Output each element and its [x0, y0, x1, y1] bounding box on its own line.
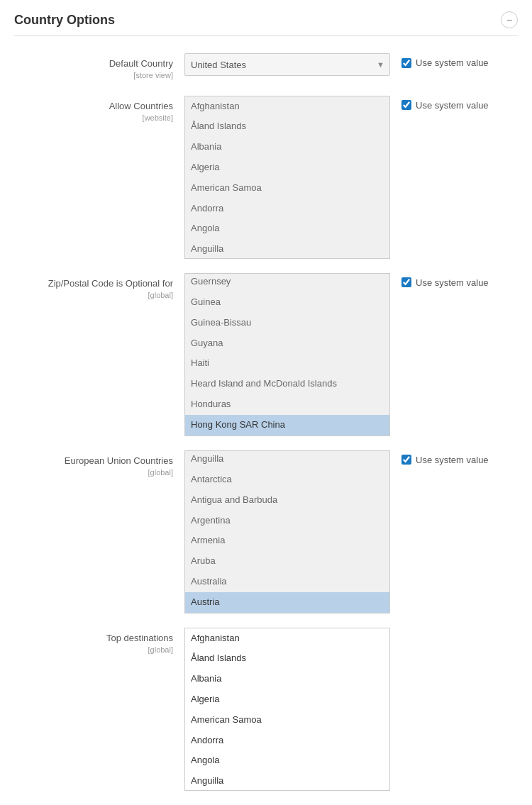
zip-optional-row: Zip/Postal Code is Optional for [global]…: [14, 273, 518, 436]
list-item[interactable]: Guyana: [185, 333, 389, 354]
default-country-row: Default Country [store view] United Stat…: [14, 53, 518, 82]
allow-countries-checkbox[interactable]: [401, 100, 411, 110]
list-item[interactable]: American Samoa: [185, 710, 389, 731]
zip-optional-checkbox[interactable]: [401, 277, 411, 287]
list-item[interactable]: Australia: [185, 572, 389, 592]
list-item[interactable]: Haiti: [185, 353, 389, 374]
eu-countries-use-system[interactable]: Use system value: [401, 455, 489, 465]
list-item[interactable]: Afghanistan: [185, 628, 389, 649]
list-item[interactable]: Åland Islands: [185, 648, 389, 669]
list-item[interactable]: Heard Island and McDonald Islands: [185, 374, 389, 394]
list-item[interactable]: Antigua and Barbuda: [185, 490, 389, 511]
list-item[interactable]: Andorra: [185, 199, 389, 219]
default-country-control: United States ▼: [184, 53, 390, 76]
list-item[interactable]: Guernsey: [185, 273, 389, 292]
default-country-select[interactable]: United States: [184, 53, 390, 76]
list-item[interactable]: Austria: [185, 592, 389, 613]
zip-optional-label: Zip/Postal Code is Optional for [global]: [14, 273, 184, 301]
eu-countries-actions: Use system value: [390, 450, 518, 465]
list-item[interactable]: Antarctica: [185, 470, 389, 490]
collapse-button[interactable]: −: [501, 11, 518, 28]
top-destinations-actions: [390, 628, 518, 632]
allow-countries-control: AfghanistanÅland IslandsAlbaniaAlgeriaAm…: [184, 96, 390, 259]
default-country-use-system[interactable]: Use system value: [401, 57, 489, 68]
top-destinations-control: AfghanistanÅland IslandsAlbaniaAlgeriaAm…: [184, 628, 390, 791]
eu-countries-list[interactable]: AndorraAngolaAnguillaAntarcticaAntigua a…: [184, 450, 390, 614]
list-item[interactable]: Armenia: [185, 531, 389, 551]
list-item[interactable]: Albania: [185, 137, 389, 157]
list-item[interactable]: Argentina: [185, 511, 389, 531]
list-item[interactable]: Aruba: [185, 551, 389, 572]
list-item[interactable]: Angola: [185, 750, 389, 771]
list-item[interactable]: Hong Kong SAR China: [185, 415, 389, 435]
list-item[interactable]: Anguilla: [185, 771, 389, 790]
list-item[interactable]: Afghanistan: [185, 96, 389, 117]
list-item[interactable]: Honduras: [185, 394, 389, 415]
eu-countries-checkbox[interactable]: [401, 455, 411, 465]
list-item[interactable]: American Samoa: [185, 178, 389, 199]
list-item[interactable]: Algeria: [185, 689, 389, 710]
eu-countries-control: AndorraAngolaAnguillaAntarcticaAntigua a…: [184, 450, 390, 614]
list-item[interactable]: Guinea: [185, 292, 389, 313]
zip-optional-actions: Use system value: [390, 273, 518, 288]
list-item[interactable]: Anguilla: [185, 450, 389, 470]
list-item[interactable]: Andorra: [185, 731, 389, 751]
list-item[interactable]: Angola: [185, 218, 389, 239]
list-item[interactable]: Åland Islands: [185, 116, 389, 137]
page-title: Country Options: [14, 13, 115, 28]
list-item[interactable]: Guinea-Bissau: [185, 313, 389, 333]
default-country-label: Default Country [store view]: [14, 53, 184, 82]
eu-countries-row: European Union Countries [global] Andorr…: [14, 450, 518, 614]
eu-countries-label: European Union Countries [global]: [14, 450, 184, 479]
top-destinations-row: Top destinations [global] AfghanistanÅla…: [14, 628, 518, 791]
list-item[interactable]: Algeria: [185, 157, 389, 178]
allow-countries-row: Allow Countries [website] AfghanistanÅla…: [14, 96, 518, 259]
page-header: Country Options −: [14, 11, 518, 36]
list-item[interactable]: Albania: [185, 669, 389, 689]
zip-optional-control: GuamGuatemalaGuernseyGuineaGuinea-Bissau…: [184, 273, 390, 436]
top-destinations-label: Top destinations [global]: [14, 628, 184, 656]
default-country-checkbox[interactable]: [401, 58, 411, 68]
default-country-select-wrapper: United States ▼: [184, 53, 390, 76]
allow-countries-use-system[interactable]: Use system value: [401, 100, 489, 111]
zip-optional-list[interactable]: GuamGuatemalaGuernseyGuineaGuinea-Bissau…: [184, 273, 390, 436]
list-item[interactable]: Anguilla: [185, 239, 389, 258]
allow-countries-list[interactable]: AfghanistanÅland IslandsAlbaniaAlgeriaAm…: [184, 96, 390, 259]
allow-countries-label: Allow Countries [website]: [14, 96, 184, 124]
top-destinations-list[interactable]: AfghanistanÅland IslandsAlbaniaAlgeriaAm…: [184, 628, 390, 791]
zip-optional-use-system[interactable]: Use system value: [401, 277, 489, 288]
allow-countries-actions: Use system value: [390, 96, 518, 111]
default-country-actions: Use system value: [390, 53, 518, 68]
